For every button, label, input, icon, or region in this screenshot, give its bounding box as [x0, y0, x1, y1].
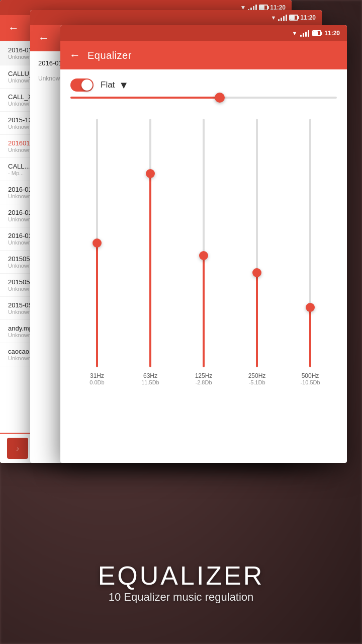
band-fill-250hz — [256, 273, 258, 367]
album-art-small: ♪ — [7, 438, 28, 459]
footer-section: EQUALIZER 10 Equalizer music regulation — [0, 560, 362, 604]
band-track-500hz[interactable] — [309, 119, 311, 367]
toggle-knob — [81, 79, 93, 91]
band-db-500hz: -10.5Db — [300, 379, 320, 385]
battery-icon-mid — [289, 15, 298, 21]
band-hz-63hz: 63Hz — [143, 372, 157, 379]
band-db-63hz: 11.5Db — [141, 379, 159, 385]
band-hz-500hz: 500Hz — [302, 372, 319, 379]
master-slider-thumb[interactable] — [215, 93, 225, 103]
eq-band-125hz: 125Hz -2.8Db — [184, 119, 224, 385]
footer-subtitle: 10 Equalizer music regulation — [0, 591, 362, 604]
signal-icon-mid — [278, 14, 287, 21]
band-thumb-63hz[interactable] — [146, 169, 155, 178]
band-fill-500hz — [309, 307, 311, 367]
band-labels-31hz: 31Hz 0.0Db — [89, 367, 104, 385]
band-thumb-31hz[interactable] — [93, 238, 102, 248]
band-thumb-125hz[interactable] — [199, 251, 208, 260]
eq-band-250hz: 250Hz -5.1Db — [237, 119, 277, 385]
status-icons-mid: ▼ 11:20 — [270, 14, 316, 21]
card-equalizer: ▼ 11:20 ← Equalizer Flat ▼ — [60, 25, 347, 463]
preset-label: Flat — [101, 80, 115, 90]
band-track-31hz[interactable] — [96, 119, 98, 367]
band-fill-63hz — [149, 174, 151, 367]
eq-band-31hz: 31Hz 0.0Db — [77, 119, 117, 385]
footer-title: EQUALIZER — [0, 560, 362, 591]
band-db-31hz: 0.0Db — [89, 379, 104, 385]
band-labels-125hz: 125Hz -2.8Db — [195, 367, 213, 385]
eq-header: ← Equalizer — [60, 41, 347, 69]
preset-select[interactable]: Flat ▼ — [101, 79, 337, 91]
master-slider-fill — [70, 97, 220, 99]
status-bar-mid: ▼ 11:20 — [30, 10, 322, 25]
band-labels-63hz: 63Hz 11.5Db — [141, 367, 159, 385]
battery-icon-eq — [312, 30, 321, 36]
band-db-125hz: -2.8Db — [195, 379, 212, 385]
back-arrow-icon[interactable]: ← — [8, 22, 19, 35]
eq-toggle[interactable] — [70, 78, 94, 92]
wifi-icon-mid: ▼ — [270, 15, 276, 21]
band-track-250hz[interactable] — [256, 119, 258, 367]
wifi-icon-eq: ▼ — [292, 30, 297, 36]
music-note-icon: ♪ — [16, 444, 20, 452]
master-slider-row — [60, 97, 347, 109]
signal-icon-eq — [300, 30, 309, 37]
eq-title: Equalizer — [87, 50, 132, 61]
eq-bands-container: 31Hz 0.0Db 63Hz 11.5Db 125Hz -2.8Db — [60, 109, 347, 385]
eq-back-button[interactable]: ← — [69, 49, 80, 62]
band-labels-500hz: 500Hz -10.5Db — [300, 367, 320, 385]
band-labels-250hz: 250Hz -5.1Db — [248, 367, 266, 385]
eq-band-500hz: 500Hz -10.5Db — [290, 119, 330, 385]
band-hz-125hz: 125Hz — [195, 372, 213, 379]
master-slider-track[interactable] — [70, 97, 337, 99]
band-fill-125hz — [203, 256, 205, 367]
band-track-125hz[interactable] — [203, 119, 205, 367]
band-track-63hz[interactable] — [149, 119, 151, 367]
band-db-250hz: -5.1Db — [248, 379, 265, 385]
eq-preset-row: Flat ▼ — [60, 69, 347, 97]
back-icon-mid[interactable]: ← — [38, 32, 49, 45]
band-fill-31hz — [96, 243, 98, 367]
band-hz-31hz: 31Hz — [90, 372, 104, 379]
eq-band-63hz: 63Hz 11.5Db — [130, 119, 170, 385]
status-time-eq: 11:20 — [324, 30, 340, 37]
band-thumb-500hz[interactable] — [306, 303, 315, 312]
dropdown-arrow-icon: ▼ — [119, 79, 129, 91]
band-hz-250hz: 250Hz — [248, 372, 266, 379]
eq-status-bar: ▼ 11:20 — [60, 25, 347, 41]
band-thumb-250hz[interactable] — [252, 268, 261, 277]
status-time-mid: 11:20 — [300, 14, 316, 21]
